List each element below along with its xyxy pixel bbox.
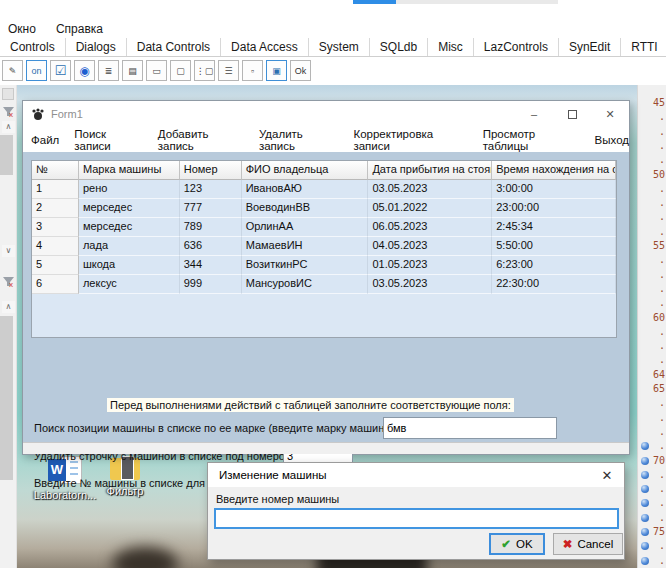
line-dot: .	[659, 426, 665, 437]
palette-tab-6[interactable]: Misc	[428, 38, 474, 56]
line-dot: .	[659, 397, 665, 408]
palette-tab-8[interactable]: SynEdit	[559, 38, 621, 56]
dialog-title: Изменение машины	[219, 469, 327, 481]
palette-tab-2[interactable]: Data Controls	[127, 38, 221, 56]
radiogroup-icon[interactable]: ⋮▢	[194, 60, 215, 81]
line-dot: .	[659, 440, 665, 451]
minimize-button[interactable]: –	[515, 101, 553, 127]
table-cell: 23:00:00	[492, 199, 616, 218]
table-cell: 3:00:00	[492, 180, 616, 199]
scroll-up-icon[interactable]: ∧	[2, 301, 15, 313]
dialog-prompt-label: Введите номер машины	[216, 493, 339, 505]
table-cell: 777	[180, 199, 242, 218]
dialog-titlebar[interactable]: Изменение машины ✕	[208, 463, 624, 487]
form-menu-item-0[interactable]: Файл	[31, 134, 59, 146]
line-dot: .	[659, 111, 665, 122]
ide-menu-item-1[interactable]: Справка	[56, 22, 103, 36]
line-dot: .	[659, 211, 665, 222]
svg-text:x: x	[9, 110, 13, 118]
gutter-line: .	[638, 269, 666, 282]
radiobutton-icon[interactable]: ◉	[74, 60, 95, 81]
search-brand-label: Поиск позиции машины в списке по ее марк…	[34, 422, 399, 434]
maximize-icon	[568, 110, 577, 119]
close-icon[interactable]: ✕	[590, 468, 624, 483]
modified-line-icon	[641, 499, 649, 507]
scrollbar-thumb[interactable]	[0, 135, 13, 175]
form-menu-item-2[interactable]: Добавить запись	[158, 128, 244, 152]
filter-icon[interactable]: x	[2, 274, 15, 287]
table-cell: 123	[180, 180, 242, 199]
form1-titlebar[interactable]: Form1 – ✕	[23, 101, 629, 127]
line-number: 75	[653, 526, 665, 537]
window-title: Form1	[51, 108, 83, 120]
scroll-down-icon[interactable]: ∨	[2, 245, 15, 257]
close-button[interactable]: ✕	[591, 101, 629, 127]
filter-icon[interactable]: x	[2, 104, 15, 117]
form-menu-item-1[interactable]: Поиск записи	[74, 128, 142, 152]
listbox-icon[interactable]: ≣	[98, 60, 119, 81]
palette-tab-5[interactable]: SQLdb	[370, 38, 428, 56]
line-dot: .	[659, 326, 665, 337]
palette-tab-7[interactable]: LazControls	[474, 38, 559, 56]
checkbox-icon[interactable]: ☑	[50, 60, 71, 81]
combobox-icon[interactable]: ▤	[122, 60, 143, 81]
table-row[interactable]: 4лада636МамаевИН04.05.20235:50:00	[32, 237, 616, 256]
line-dot: .	[659, 254, 665, 265]
groupbox-icon[interactable]: ▢	[170, 60, 191, 81]
palette-tab-0[interactable]: Controls	[0, 38, 66, 56]
scrollbar-thumb[interactable]	[0, 316, 13, 480]
check-icon: ✔	[501, 537, 511, 551]
palette-tab-4[interactable]: System	[309, 38, 370, 56]
ide-menu-item-0[interactable]: Окно	[8, 22, 36, 36]
palette-tab-1[interactable]: Dialogs	[66, 38, 127, 56]
actionlist-icon[interactable]: Ok	[290, 60, 311, 81]
inspector-button[interactable]	[2, 88, 14, 100]
gutter-line: 45	[638, 97, 666, 110]
form-menu-item-6[interactable]: Выход	[595, 134, 629, 146]
form-menu-item-5[interactable]: Просмотр таблицы	[483, 128, 580, 152]
form1-client-area: №Марка машиныНомерФИО владельцаДата приб…	[23, 152, 629, 444]
gutter-line: 50	[638, 169, 666, 182]
gutter-line: .	[638, 397, 666, 410]
togglebox-icon[interactable]: on	[26, 60, 47, 81]
change-car-dialog: Изменение машины ✕ Введите номер машины …	[207, 462, 625, 560]
gutter-line: 65	[638, 383, 666, 396]
palette-tab-3[interactable]: Data Access	[221, 38, 309, 56]
ok-button[interactable]: ✔ OK	[489, 533, 545, 555]
table-cell: лада	[79, 237, 180, 256]
table-row[interactable]: 6лексус999МансуровИС03.05.202322:30:00	[32, 275, 616, 294]
table-row[interactable]: 2мерседес777ВоеводинВВ05.01.202223:00:00	[32, 199, 616, 218]
gutter-line: .	[638, 254, 666, 267]
palette-tab-9[interactable]: RTTI	[621, 38, 666, 56]
line-dot: .	[659, 283, 665, 294]
gutter-line: .	[638, 512, 666, 525]
table-row[interactable]: 5шкода344ВозиткинРС01.05.20236:23:00	[32, 256, 616, 275]
checkgroup-icon[interactable]: ☰	[218, 60, 239, 81]
table-row[interactable]: 1рено123ИвановАЮ03.05.20233:00:00	[32, 180, 616, 199]
cancel-button[interactable]: ✖ Cancel	[553, 533, 623, 555]
table-cell: 6:23:00	[492, 256, 616, 275]
scroll-up-icon[interactable]: ∧	[2, 121, 15, 133]
gutter-line: .	[638, 283, 666, 296]
scrollbar-icon[interactable]: ▭	[146, 60, 167, 81]
gutter-line: .	[638, 183, 666, 196]
line-number: 45	[653, 97, 665, 108]
form-menu-item-4[interactable]: Корректировка записи	[353, 128, 467, 152]
table-row[interactable]: 3мерседес789ОрлинАА06.05.20232:45:34	[32, 218, 616, 237]
cars-table[interactable]: №Марка машиныНомерФИО владельцаДата приб…	[31, 160, 617, 338]
frame-icon[interactable]: ▣	[266, 60, 287, 81]
maskedit-icon[interactable]: ✎	[2, 60, 23, 81]
line-dot: .	[659, 412, 665, 423]
horizontal-scrollbar[interactable]	[353, 0, 558, 4]
gutter-line: .	[638, 226, 666, 239]
gutter-line: .	[638, 426, 666, 439]
line-dot: .	[659, 354, 665, 365]
component-palette-toolbar: ✎on☑◉≣▤▭▢⋮▢☰▫▣Ok	[2, 60, 311, 81]
car-number-input[interactable]	[214, 508, 619, 529]
form-menu-item-3[interactable]: Удалить запись	[259, 128, 339, 152]
table-cell: ВоеводинВВ	[242, 199, 369, 218]
panel-icon[interactable]: ▫	[242, 60, 263, 81]
search-brand-input[interactable]	[383, 417, 557, 439]
scrollbar-thumb[interactable]	[353, 0, 396, 4]
maximize-button[interactable]	[553, 101, 591, 127]
